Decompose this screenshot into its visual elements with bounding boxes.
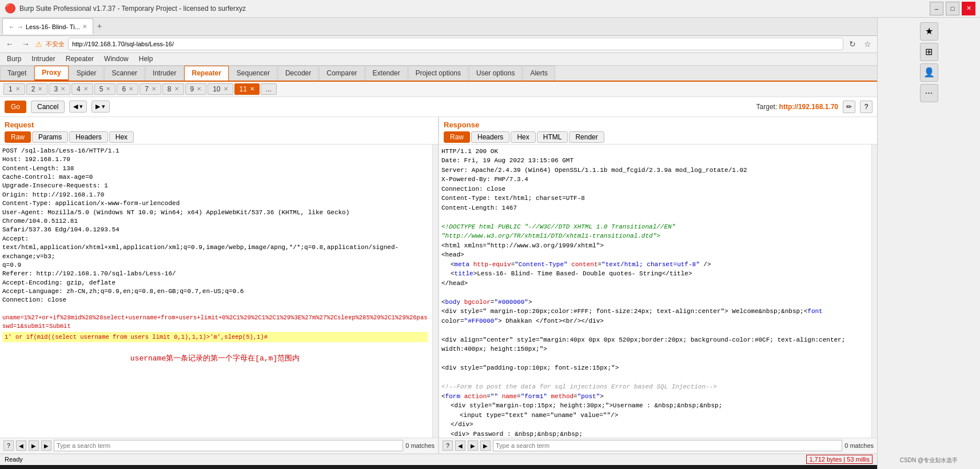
request-scroll-indicator	[432, 145, 438, 438]
repeater-tab-11[interactable]: 11 ✕	[234, 83, 260, 95]
sidebar-star-icon[interactable]: ★	[920, 22, 938, 41]
help-button[interactable]: ?	[860, 101, 873, 113]
star-button[interactable]: ☆	[862, 38, 874, 50]
tab-intruder[interactable]: Intruder	[145, 66, 184, 81]
sidebar-more-icon[interactable]: ···	[920, 84, 938, 102]
tab-sequencer[interactable]: Sequencer	[229, 66, 277, 81]
cancel-button[interactable]: Cancel	[31, 101, 65, 113]
res-search-next-btn[interactable]: ▶	[468, 440, 478, 451]
title-bar: 🔴 Burp Suite Professional v1.7.37 - Temp…	[0, 0, 980, 18]
res-search-help-btn[interactable]: ?	[443, 440, 453, 451]
res-blank4	[441, 354, 867, 364]
main-tabs: Target Proxy Spider Scanner Intruder Rep…	[0, 66, 877, 82]
res-form: <form action="" name="form1" method="pos…	[441, 392, 867, 402]
repeater-tab-3[interactable]: 3 ✕	[49, 83, 70, 95]
repeater-tab-1[interactable]: 1 ✕	[3, 83, 25, 95]
repeater-tab-10[interactable]: 10 ✕	[208, 83, 233, 95]
request-content[interactable]: POST /sql-labs/Less-16/HTTP/1.1 Host: 19…	[0, 145, 438, 438]
title-bar-left: 🔴 Burp Suite Professional v1.7.37 - Temp…	[5, 3, 246, 14]
request-annotation: username第一条记录的第一个字母在[a,m]范围内	[2, 354, 428, 364]
res-title: <title>Less-16- Blind- Time Based- Doubl…	[451, 269, 867, 279]
bytes-label: 1,712 bytes | 53 millis	[806, 455, 873, 464]
request-tab-hex[interactable]: Hex	[109, 131, 134, 143]
address-bar-input[interactable]	[68, 38, 843, 50]
tab-spider[interactable]: Spider	[69, 66, 104, 81]
tab-project-options[interactable]: Project options	[408, 66, 468, 81]
next-button[interactable]: ▶ ▾	[91, 101, 109, 113]
req-search-next-btn[interactable]: ▶	[29, 440, 39, 451]
menu-window[interactable]: Window	[99, 54, 133, 64]
repeater-tabs: 1 ✕ 2 ✕ 3 ✕ 4 ✕ 5 ✕ 6 ✕ 7 ✕ 8 ✕ 9 ✕ 10 ✕…	[0, 82, 877, 97]
maximize-button[interactable]: □	[946, 2, 959, 15]
request-tab-params[interactable]: Params	[32, 131, 68, 143]
response-search-input[interactable]	[493, 440, 842, 451]
menu-help[interactable]: Help	[134, 54, 158, 64]
req-line-10: Accept:	[2, 235, 428, 243]
tab-target[interactable]: Target	[0, 66, 34, 81]
edit-target-button[interactable]: ✏	[843, 101, 855, 113]
response-tab-headers[interactable]: Headers	[471, 131, 509, 143]
request-search-input[interactable]	[54, 440, 403, 451]
response-content[interactable]: HTTP/1.1 200 OK Date: Fri, 19 Aug 2022 1…	[439, 145, 877, 438]
res-head-close: </head>	[441, 279, 867, 288]
menu-burp[interactable]: Burp	[2, 54, 26, 64]
target-prefix: Target:	[756, 103, 778, 111]
response-tab-render[interactable]: Render	[569, 131, 604, 143]
window-title: Burp Suite Professional v1.7.37 - Tempor…	[19, 5, 246, 13]
tab-repeater[interactable]: Repeater	[184, 66, 228, 81]
response-tab-html[interactable]: HTML	[537, 131, 568, 143]
new-tab-button[interactable]: ＋	[95, 21, 103, 31]
browser-tab[interactable]: ← → Less-16- Blind- Ti... ✕	[2, 18, 93, 34]
request-tabs: Raw Params Headers Hex	[0, 130, 438, 145]
req-line-7: Content-Type: application/x-www-form-url…	[2, 199, 428, 208]
response-tab-raw[interactable]: Raw	[444, 131, 470, 143]
res-search-fwd-btn[interactable]: ▶	[480, 440, 491, 451]
repeater-tab-more[interactable]: ...	[261, 83, 277, 95]
browser-back-icon[interactable]: ←	[9, 23, 15, 30]
request-tab-raw[interactable]: Raw	[5, 131, 31, 143]
repeater-tab-4[interactable]: 4 ✕	[71, 83, 93, 95]
prev-button[interactable]: ◀ ▾	[69, 101, 87, 113]
repeater-tab-9[interactable]: 9 ✕	[185, 83, 207, 95]
res-search-prev-btn[interactable]: ◀	[455, 440, 465, 451]
tab-decoder[interactable]: Decoder	[278, 66, 318, 81]
tab-extender[interactable]: Extender	[365, 66, 408, 81]
browser-forward-icon[interactable]: →	[17, 23, 23, 30]
response-scroll-indicator	[871, 145, 877, 438]
close-button[interactable]: ✕	[962, 2, 975, 15]
repeater-tab-7[interactable]: 7 ✕	[140, 83, 161, 95]
minimize-button[interactable]: –	[930, 2, 943, 15]
browser-back-button[interactable]: ←	[3, 38, 16, 50]
repeater-tab-2[interactable]: 2 ✕	[26, 83, 48, 95]
menu-repeater[interactable]: Repeater	[61, 54, 98, 64]
req-search-help-btn[interactable]: ?	[3, 440, 14, 451]
res-blank	[441, 213, 867, 222]
request-tab-headers[interactable]: Headers	[69, 131, 107, 143]
split-pane: Request Raw Params Headers Hex POST /sql…	[0, 117, 877, 454]
response-tab-hex[interactable]: Hex	[511, 131, 535, 143]
browser-tab-area: ← → Less-16- Blind- Ti... ✕ ＋	[0, 18, 877, 36]
ready-label: Ready	[5, 456, 23, 463]
repeater-tab-5[interactable]: 5 ✕	[94, 83, 116, 95]
browser-tab-close[interactable]: ✕	[82, 23, 87, 30]
req-line-5: Upgrade-Insecure-Requests: 1	[2, 182, 428, 190]
req-search-fwd-btn[interactable]: ▶	[41, 440, 51, 451]
repeater-tab-6[interactable]: 6 ✕	[117, 83, 138, 95]
refresh-button[interactable]: ↻	[847, 38, 858, 50]
sidebar-grid-icon[interactable]: ⊞	[920, 43, 938, 61]
menu-intruder[interactable]: Intruder	[27, 54, 59, 64]
sidebar-person-icon[interactable]: 👤	[920, 63, 938, 82]
res-input-uname: <input type="text" name="uname" value=""…	[460, 411, 867, 420]
res-div1: <div style=" margin-top:20px;color:#FFF;…	[441, 307, 867, 316]
req-search-prev-btn[interactable]: ◀	[16, 440, 26, 451]
tab-alerts[interactable]: Alerts	[523, 66, 555, 81]
go-button[interactable]: Go	[5, 101, 26, 113]
repeater-tab-8[interactable]: 8 ✕	[162, 83, 184, 95]
tab-comparer[interactable]: Comparer	[319, 66, 364, 81]
tab-scanner[interactable]: Scanner	[104, 66, 145, 81]
tab-user-options[interactable]: User options	[469, 66, 522, 81]
csdn-label: CSDN @专业划水选手	[900, 456, 958, 464]
browser-fwd-button[interactable]: →	[19, 38, 32, 50]
toolbar: Go Cancel ◀ ▾ ▶ ▾ Target: http://192.168…	[0, 97, 877, 117]
tab-proxy[interactable]: Proxy	[34, 66, 68, 81]
